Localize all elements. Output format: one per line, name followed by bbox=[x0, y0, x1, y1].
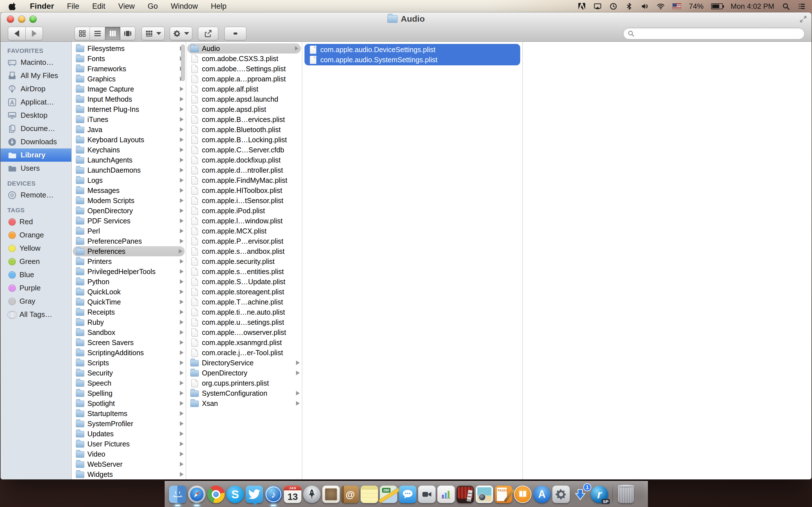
title-bar[interactable]: Audio bbox=[1, 12, 811, 25]
dock-icon-realplayer[interactable]: rSP bbox=[591, 483, 608, 507]
dock-icon-numbers[interactable] bbox=[437, 483, 455, 507]
sidebar-item-desktop[interactable]: Desktop bbox=[1, 109, 71, 122]
search-input[interactable] bbox=[637, 29, 802, 39]
menu-clock[interactable]: Mon 4:02 PM bbox=[730, 2, 774, 11]
coverflow-view-button[interactable] bbox=[120, 27, 135, 40]
file-row[interactable]: DirectoryService bbox=[186, 358, 302, 368]
file-row[interactable]: Widgets bbox=[71, 469, 186, 480]
dock-icon-contacts[interactable]: @ bbox=[341, 483, 359, 507]
file-row[interactable]: com.apple.d…ntroller.plist bbox=[186, 165, 302, 175]
dock-icon-photobooth[interactable] bbox=[456, 483, 474, 507]
close-button[interactable] bbox=[7, 15, 14, 23]
wifi-icon[interactable] bbox=[657, 2, 665, 10]
sidebar-item-applicat[interactable]: Applicat… bbox=[1, 96, 71, 109]
file-row[interactable]: com.apple.T…achine.plist bbox=[186, 297, 302, 307]
file-row[interactable]: com.apple.B…Locking.plist bbox=[186, 135, 302, 145]
file-row[interactable]: com.apple.…owserver.plist bbox=[186, 327, 302, 337]
minimize-button[interactable] bbox=[18, 15, 26, 23]
file-row[interactable]: QuickTime bbox=[71, 297, 186, 307]
airplay-display-icon[interactable] bbox=[594, 2, 602, 10]
sidebar-item-airdrop[interactable]: AirDrop bbox=[1, 82, 71, 96]
file-row[interactable]: LaunchDaemons bbox=[71, 165, 186, 175]
sidebar-item-downloads[interactable]: Downloads bbox=[1, 135, 71, 149]
dock-icon-chrome[interactable] bbox=[207, 483, 225, 507]
file-row[interactable]: User Pictures bbox=[71, 439, 186, 449]
column-view-button[interactable] bbox=[105, 27, 120, 40]
file-row[interactable]: PreferencePanes bbox=[71, 236, 186, 246]
file-row[interactable]: Java bbox=[71, 124, 186, 135]
file-row[interactable]: Sandbox bbox=[71, 327, 186, 337]
file-row[interactable]: Receipts bbox=[71, 307, 186, 317]
file-row[interactable]: com.apple.C…Server.cfdb bbox=[186, 145, 302, 155]
file-row[interactable]: Keyboard Layouts bbox=[71, 135, 186, 145]
adobe-menu-icon[interactable] bbox=[578, 2, 586, 10]
toolbar-search[interactable] bbox=[623, 27, 805, 40]
file-row[interactable]: QuickLook bbox=[71, 287, 186, 297]
file-row[interactable]: Printers bbox=[71, 256, 186, 267]
input-language-flag-icon[interactable] bbox=[672, 3, 681, 9]
sidebar-tag-purple[interactable]: Purple bbox=[1, 281, 71, 295]
file-row[interactable]: com.apple.audio.SystemSettings.plist bbox=[305, 55, 520, 65]
dock-icon-trash[interactable] bbox=[617, 483, 635, 507]
menu-finder[interactable]: Finder bbox=[30, 2, 54, 11]
action-gear-button[interactable] bbox=[170, 27, 192, 40]
file-row[interactable]: OpenDirectory bbox=[186, 368, 302, 378]
file-row[interactable]: Filesystems bbox=[71, 43, 186, 54]
file-row[interactable]: com.apple.HIToolbox.plist bbox=[186, 185, 302, 195]
arrange-button[interactable] bbox=[142, 27, 165, 40]
dock-icon-ibooks[interactable] bbox=[514, 483, 532, 507]
file-row[interactable]: ScriptingAdditions bbox=[71, 348, 186, 358]
sidebar-item-remote-disc[interactable]: Remote… bbox=[1, 188, 71, 202]
file-row[interactable]: com.apple.iPod.plist bbox=[186, 206, 302, 216]
file-row[interactable]: com.oracle.j…er-Tool.plist bbox=[186, 348, 302, 358]
sidebar-item-users[interactable]: Users bbox=[1, 162, 71, 175]
file-row[interactable]: com.apple.l…window.plist bbox=[186, 216, 302, 226]
dock-icon-messages[interactable] bbox=[399, 483, 417, 507]
file-row[interactable]: com.adobe.…Settings.plist bbox=[186, 64, 302, 74]
menu-file[interactable]: File bbox=[67, 2, 80, 11]
bluetooth-icon[interactable] bbox=[625, 2, 633, 10]
dock-icon-iphoto[interactable] bbox=[475, 483, 493, 507]
file-row[interactable]: iTunes bbox=[71, 114, 186, 124]
file-row[interactable]: Ruby bbox=[71, 317, 186, 327]
file-row[interactable]: LaunchAgents bbox=[71, 155, 186, 165]
file-row[interactable]: Preferences bbox=[73, 246, 185, 256]
file-row[interactable]: Updates bbox=[71, 429, 186, 439]
file-row[interactable]: com.apple.security.plist bbox=[186, 256, 302, 267]
file-row[interactable]: com.adobe.CSXS.3.plist bbox=[186, 54, 302, 64]
spotlight-search-icon[interactable] bbox=[782, 2, 790, 10]
sidebar-item-allmyfiles[interactable]: All My Files bbox=[1, 69, 71, 82]
file-row[interactable]: PrivilegedHelperTools bbox=[71, 267, 186, 277]
file-row[interactable]: StartupItems bbox=[71, 408, 186, 418]
sidebar-tag-blue[interactable]: Blue bbox=[1, 268, 71, 281]
file-row[interactable]: com.apple.s…andbox.plist bbox=[186, 246, 302, 256]
dock-icon-sysprefs[interactable] bbox=[552, 483, 570, 507]
file-row[interactable]: Video bbox=[71, 449, 186, 459]
share-button[interactable] bbox=[198, 27, 218, 40]
file-row[interactable]: Spelling bbox=[71, 388, 186, 398]
file-row[interactable]: com.apple.u…setings.plist bbox=[186, 317, 302, 327]
sidebar-tag-alltags[interactable]: All Tags… bbox=[1, 308, 71, 321]
time-machine-icon[interactable] bbox=[609, 2, 617, 10]
file-row[interactable]: Spotlight bbox=[71, 398, 186, 408]
file-row[interactable]: com.apple.Bluetooth.plist bbox=[186, 124, 302, 135]
file-row[interactable]: com.apple.dockfixup.plist bbox=[186, 155, 302, 165]
dock-icon-appstore[interactable]: A bbox=[533, 483, 551, 507]
file-row[interactable]: com.apple.MCX.plist bbox=[186, 226, 302, 236]
fullscreen-expand-icon[interactable] bbox=[799, 15, 808, 23]
battery-icon[interactable] bbox=[711, 3, 723, 9]
dock-icon-facetime[interactable] bbox=[418, 483, 436, 507]
dock-icon-pages[interactable]: PAGES bbox=[495, 483, 513, 507]
zoom-button[interactable] bbox=[29, 15, 37, 23]
file-row[interactable]: Perl bbox=[71, 226, 186, 236]
file-row[interactable]: Logs bbox=[71, 175, 186, 185]
edit-tags-button[interactable] bbox=[224, 27, 246, 40]
column-scrollbar-thumb[interactable] bbox=[181, 45, 185, 81]
file-row[interactable]: Python bbox=[71, 277, 186, 287]
file-row[interactable]: com.apple.storeagent.plist bbox=[186, 287, 302, 297]
list-view-button[interactable] bbox=[90, 27, 105, 40]
file-row[interactable]: Graphics bbox=[71, 74, 186, 84]
file-row[interactable]: com.apple.FindMyMac.plist bbox=[186, 175, 302, 185]
dock-icon-finder[interactable] bbox=[168, 483, 187, 507]
dock-icon-notes[interactable] bbox=[360, 483, 378, 507]
